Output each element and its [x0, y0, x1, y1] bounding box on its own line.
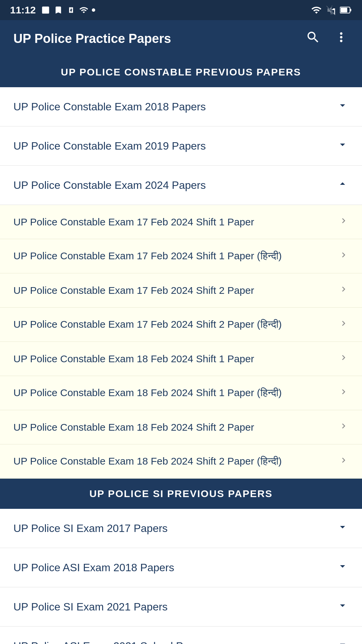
status-time: 11:12: [10, 4, 36, 16]
18feb-shift2-en-item[interactable]: UP Police Constable Exam 18 Feb 2024 Shi…: [0, 410, 362, 444]
asi-2018-chevron: [337, 560, 349, 575]
svg-rect-1: [341, 8, 347, 12]
more-options-button[interactable]: [334, 30, 349, 48]
si-2017-item[interactable]: UP Police SI Exam 2017 Papers: [0, 509, 362, 548]
wifi-icon: [311, 5, 322, 15]
si-2021-label: UP Police SI Exam 2021 Papers: [13, 601, 168, 613]
17feb-shift1-en-item[interactable]: UP Police Constable Exam 17 Feb 2024 Shi…: [0, 205, 362, 239]
17feb-shift1-hi-label: UP Police Constable Exam 17 Feb 2024 Shi…: [13, 250, 282, 262]
photo-icon: [41, 5, 50, 15]
exam-2024-chevron: [337, 178, 349, 193]
si-2021-item[interactable]: UP Police SI Exam 2021 Papers: [0, 587, 362, 627]
18feb-shift1-hi-label: UP Police Constable Exam 18 Feb 2024 Shi…: [13, 387, 282, 399]
18feb-shift1-hi-item[interactable]: UP Police Constable Exam 18 Feb 2024 Shi…: [0, 376, 362, 410]
18feb-shift2-en-chevron: [339, 421, 349, 433]
17feb-shift2-hi-chevron: [339, 318, 349, 331]
constable-previous-header: UP POLICE CONSTABLE PREVIOUS PAPERS: [0, 57, 362, 87]
18feb-shift1-en-item[interactable]: UP Police Constable Exam 18 Feb 2024 Shi…: [0, 342, 362, 376]
asi-2021-chevron: [337, 639, 349, 644]
17feb-shift2-hi-item[interactable]: UP Police Constable Exam 17 Feb 2024 Shi…: [0, 308, 362, 342]
main-content: UP POLICE CONSTABLE PREVIOUS PAPERS UP P…: [0, 57, 362, 644]
exam-2019-chevron: [337, 139, 349, 153]
signal-icon: [79, 5, 88, 15]
18feb-shift1-hi-chevron: [339, 387, 349, 399]
si-2021-chevron: [337, 599, 349, 614]
status-bar-right: [311, 5, 352, 15]
search-button[interactable]: [306, 30, 320, 48]
exam-2024-item[interactable]: UP Police Constable Exam 2024 Papers: [0, 166, 362, 205]
asi-2018-label: UP Police ASI Exam 2018 Papers: [13, 561, 174, 574]
17feb-shift1-en-chevron: [339, 216, 349, 228]
status-notification-icons: [41, 5, 95, 15]
exam-2024-label: UP Police Constable Exam 2024 Papers: [13, 179, 206, 192]
app-bar: UP Police Practice Papers: [0, 20, 362, 57]
exam-2018-chevron: [337, 99, 349, 114]
asi-2021-label: UP Police ASI Exam 2021 Solved Papers: [13, 640, 210, 644]
si-2017-label: UP Police SI Exam 2017 Papers: [13, 522, 168, 535]
status-bar: 11:12: [0, 0, 362, 20]
exam-2019-label: UP Police Constable Exam 2019 Papers: [13, 140, 206, 152]
17feb-shift2-en-chevron: [339, 284, 349, 297]
bookmark-icon: [54, 5, 63, 15]
app-bar-actions: [306, 30, 349, 48]
dot-indicator: [92, 8, 95, 12]
exam-2018-label: UP Police Constable Exam 2018 Papers: [13, 101, 206, 113]
17feb-shift2-en-item[interactable]: UP Police Constable Exam 17 Feb 2024 Shi…: [0, 273, 362, 308]
status-bar-left: 11:12: [10, 4, 95, 16]
17feb-shift1-hi-chevron: [339, 250, 349, 262]
17feb-shift1-hi-item[interactable]: UP Police Constable Exam 17 Feb 2024 Shi…: [0, 239, 362, 273]
18feb-shift2-hi-label: UP Police Constable Exam 18 Feb 2024 Shi…: [13, 455, 282, 467]
exam-2019-item[interactable]: UP Police Constable Exam 2019 Papers: [0, 126, 362, 166]
17feb-shift2-hi-label: UP Police Constable Exam 17 Feb 2024 Shi…: [13, 319, 282, 330]
app-title: UP Police Practice Papers: [13, 32, 171, 46]
asi-2018-item[interactable]: UP Police ASI Exam 2018 Papers: [0, 548, 362, 587]
18feb-shift2-hi-chevron: [339, 455, 349, 468]
18feb-shift2-en-label: UP Police Constable Exam 18 Feb 2024 Shi…: [13, 422, 254, 433]
asi-2021-item[interactable]: UP Police ASI Exam 2021 Solved Papers: [0, 627, 362, 644]
18feb-shift1-en-label: UP Police Constable Exam 18 Feb 2024 Shi…: [13, 353, 254, 365]
svg-rect-2: [350, 9, 351, 11]
si-2017-chevron: [337, 521, 349, 536]
si-previous-header: UP POLICE SI PREVIOUS PAPERS: [0, 479, 362, 509]
battery-saver-icon: [66, 5, 76, 15]
exam-2018-item[interactable]: UP Police Constable Exam 2018 Papers: [0, 87, 362, 126]
18feb-shift2-hi-item[interactable]: UP Police Constable Exam 18 Feb 2024 Shi…: [0, 444, 362, 479]
17feb-shift1-en-label: UP Police Constable Exam 17 Feb 2024 Shi…: [13, 216, 254, 228]
battery-icon: [340, 5, 352, 15]
18feb-shift1-en-chevron: [339, 353, 349, 365]
17feb-shift2-en-label: UP Police Constable Exam 17 Feb 2024 Shi…: [13, 285, 254, 296]
signal-bars-icon: [326, 5, 336, 15]
